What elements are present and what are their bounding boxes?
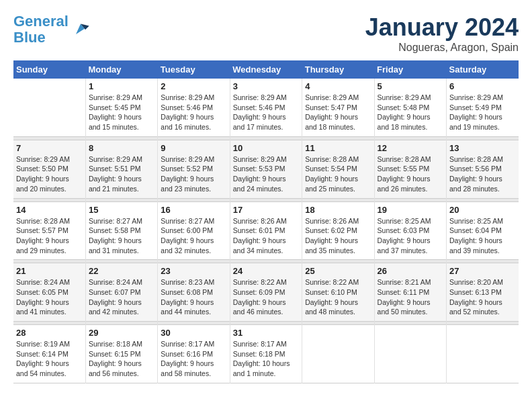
day-number: 4 [305, 81, 371, 91]
calendar-cell [13, 79, 85, 136]
logo-line2: Blue [13, 29, 46, 46]
day-info: Sunrise: 8:26 AMSunset: 6:01 PMDaylight:… [233, 216, 299, 256]
calendar-cell: 23Sunrise: 8:23 AMSunset: 6:08 PMDayligh… [158, 263, 230, 322]
location-title: Nogueras, Aragon, Spain [365, 42, 519, 54]
day-number: 29 [89, 328, 154, 338]
header-monday: Monday [85, 60, 157, 79]
day-info: Sunrise: 8:18 AMSunset: 6:15 PMDaylight:… [89, 339, 154, 379]
calendar-week-row: 14Sunrise: 8:28 AMSunset: 5:57 PMDayligh… [13, 201, 519, 260]
day-info: Sunrise: 8:26 AMSunset: 6:02 PMDaylight:… [305, 216, 371, 256]
calendar-cell: 12Sunrise: 8:28 AMSunset: 5:55 PMDayligh… [374, 140, 446, 198]
calendar-cell: 25Sunrise: 8:22 AMSunset: 6:10 PMDayligh… [302, 263, 374, 322]
day-number: 30 [161, 328, 226, 338]
logo-icon [71, 20, 90, 39]
day-info: Sunrise: 8:29 AMSunset: 5:46 PMDaylight:… [161, 93, 226, 132]
day-number: 12 [378, 143, 443, 153]
day-info: Sunrise: 8:29 AMSunset: 5:52 PMDaylight:… [161, 154, 226, 194]
day-info: Sunrise: 8:17 AMSunset: 6:18 PMDaylight:… [233, 339, 299, 379]
calendar-cell: 21Sunrise: 8:24 AMSunset: 6:05 PMDayligh… [13, 263, 85, 322]
title-block: January 2024 Nogueras, Aragon, Spain [365, 13, 519, 54]
calendar-cell: 9Sunrise: 8:29 AMSunset: 5:52 PMDaylight… [158, 140, 230, 198]
day-info: Sunrise: 8:28 AMSunset: 5:55 PMDaylight:… [378, 154, 443, 194]
day-info: Sunrise: 8:22 AMSunset: 6:09 PMDaylight:… [233, 277, 299, 317]
calendar-cell: 26Sunrise: 8:21 AMSunset: 6:11 PMDayligh… [374, 263, 446, 322]
header-tuesday: Tuesday [158, 60, 230, 79]
day-number: 6 [449, 81, 516, 91]
calendar-cell: 13Sunrise: 8:28 AMSunset: 5:56 PMDayligh… [447, 140, 519, 198]
day-info: Sunrise: 8:20 AMSunset: 6:13 PMDaylight:… [449, 277, 516, 317]
day-number: 25 [305, 266, 371, 276]
day-number: 21 [16, 266, 83, 276]
day-number: 8 [89, 143, 154, 153]
calendar-week-row: 7Sunrise: 8:29 AMSunset: 5:50 PMDaylight… [13, 140, 519, 198]
day-number: 10 [233, 143, 299, 153]
calendar-cell: 24Sunrise: 8:22 AMSunset: 6:09 PMDayligh… [230, 263, 302, 322]
day-info: Sunrise: 8:27 AMSunset: 6:00 PMDaylight:… [161, 216, 226, 256]
day-number: 27 [449, 266, 516, 276]
day-info: Sunrise: 8:29 AMSunset: 5:47 PMDaylight:… [305, 93, 371, 132]
day-number: 24 [233, 266, 299, 276]
day-number: 26 [378, 266, 443, 276]
day-number: 22 [89, 266, 154, 276]
logo-line1: General [13, 13, 69, 30]
day-info: Sunrise: 8:24 AMSunset: 6:07 PMDaylight:… [89, 277, 154, 317]
day-number: 13 [449, 143, 516, 153]
day-number: 15 [89, 205, 154, 215]
header-friday: Friday [374, 60, 446, 79]
calendar-table: Sunday Monday Tuesday Wednesday Thursday… [13, 60, 519, 383]
header-wednesday: Wednesday [230, 60, 302, 79]
day-info: Sunrise: 8:29 AMSunset: 5:51 PMDaylight:… [89, 154, 154, 194]
day-number: 31 [233, 328, 299, 338]
calendar-cell: 27Sunrise: 8:20 AMSunset: 6:13 PMDayligh… [447, 263, 519, 322]
logo-text: General Blue [13, 13, 69, 46]
calendar-cell [302, 325, 374, 383]
calendar-cell: 16Sunrise: 8:27 AMSunset: 6:00 PMDayligh… [158, 201, 230, 260]
day-info: Sunrise: 8:28 AMSunset: 5:54 PMDaylight:… [305, 154, 371, 194]
calendar-cell: 3Sunrise: 8:29 AMSunset: 5:46 PMDaylight… [230, 79, 302, 136]
calendar-cell: 19Sunrise: 8:25 AMSunset: 6:03 PMDayligh… [374, 201, 446, 260]
day-info: Sunrise: 8:24 AMSunset: 6:05 PMDaylight:… [16, 277, 83, 317]
calendar-cell: 6Sunrise: 8:29 AMSunset: 5:49 PMDaylight… [447, 79, 519, 136]
day-info: Sunrise: 8:29 AMSunset: 5:45 PMDaylight:… [89, 93, 154, 132]
calendar-cell: 7Sunrise: 8:29 AMSunset: 5:50 PMDaylight… [13, 140, 85, 198]
day-number: 2 [161, 81, 226, 91]
header-thursday: Thursday [302, 60, 374, 79]
day-number: 16 [161, 205, 226, 215]
day-number: 17 [233, 205, 299, 215]
calendar-header-row: Sunday Monday Tuesday Wednesday Thursday… [13, 60, 519, 79]
day-number: 14 [16, 205, 83, 215]
day-number: 7 [16, 143, 83, 153]
header-sunday: Sunday [13, 60, 85, 79]
day-info: Sunrise: 8:29 AMSunset: 5:46 PMDaylight:… [233, 93, 299, 132]
calendar-cell: 30Sunrise: 8:17 AMSunset: 6:16 PMDayligh… [158, 325, 230, 383]
calendar-cell: 10Sunrise: 8:29 AMSunset: 5:53 PMDayligh… [230, 140, 302, 198]
day-info: Sunrise: 8:27 AMSunset: 5:58 PMDaylight:… [89, 216, 154, 256]
day-info: Sunrise: 8:21 AMSunset: 6:11 PMDaylight:… [378, 277, 443, 317]
calendar-cell: 29Sunrise: 8:18 AMSunset: 6:15 PMDayligh… [85, 325, 157, 383]
calendar-cell: 28Sunrise: 8:19 AMSunset: 6:14 PMDayligh… [13, 325, 85, 383]
calendar-cell [447, 325, 519, 383]
day-number: 28 [16, 328, 83, 338]
calendar-week-row: 1Sunrise: 8:29 AMSunset: 5:45 PMDaylight… [13, 79, 519, 136]
calendar-cell: 11Sunrise: 8:28 AMSunset: 5:54 PMDayligh… [302, 140, 374, 198]
calendar-cell: 31Sunrise: 8:17 AMSunset: 6:18 PMDayligh… [230, 325, 302, 383]
day-info: Sunrise: 8:25 AMSunset: 6:03 PMDaylight:… [378, 216, 443, 256]
calendar-cell: 22Sunrise: 8:24 AMSunset: 6:07 PMDayligh… [85, 263, 157, 322]
day-number: 23 [161, 266, 226, 276]
logo: General Blue [13, 13, 90, 46]
calendar-cell: 20Sunrise: 8:25 AMSunset: 6:04 PMDayligh… [447, 201, 519, 260]
day-info: Sunrise: 8:19 AMSunset: 6:14 PMDaylight:… [16, 339, 83, 379]
day-info: Sunrise: 8:22 AMSunset: 6:10 PMDaylight:… [305, 277, 371, 317]
calendar-cell: 18Sunrise: 8:26 AMSunset: 6:02 PMDayligh… [302, 201, 374, 260]
day-number: 11 [305, 143, 371, 153]
calendar-cell: 8Sunrise: 8:29 AMSunset: 5:51 PMDaylight… [85, 140, 157, 198]
calendar-cell: 15Sunrise: 8:27 AMSunset: 5:58 PMDayligh… [85, 201, 157, 260]
day-info: Sunrise: 8:29 AMSunset: 5:48 PMDaylight:… [378, 93, 443, 132]
day-info: Sunrise: 8:28 AMSunset: 5:57 PMDaylight:… [16, 216, 83, 256]
calendar-cell [374, 325, 446, 383]
calendar-cell: 5Sunrise: 8:29 AMSunset: 5:48 PMDaylight… [374, 79, 446, 136]
month-title: January 2024 [365, 13, 519, 42]
calendar-week-row: 28Sunrise: 8:19 AMSunset: 6:14 PMDayligh… [13, 325, 519, 383]
calendar-cell: 1Sunrise: 8:29 AMSunset: 5:45 PMDaylight… [85, 79, 157, 136]
day-info: Sunrise: 8:29 AMSunset: 5:49 PMDaylight:… [449, 93, 516, 132]
